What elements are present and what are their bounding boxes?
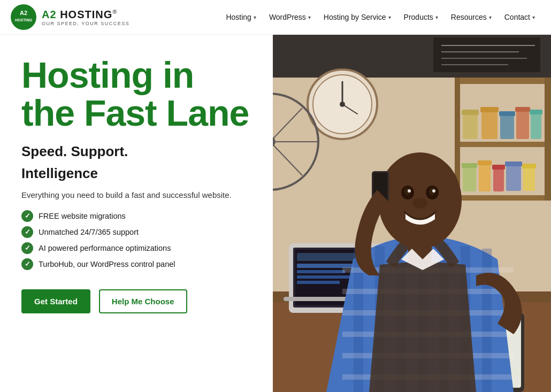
check-icon-2 — [21, 242, 33, 254]
hero-left: Hosting in the Fast Lane Speed. Support.… — [0, 35, 273, 392]
brand-name: A2 HOSTING® — [42, 9, 129, 21]
check-icon-3 — [21, 258, 33, 270]
hero-canvas — [273, 35, 551, 392]
nav-resources-arrow: ▾ — [489, 14, 492, 20]
svg-rect-88 — [273, 35, 551, 392]
hero-description: Everything you need to build a fast and … — [21, 190, 251, 199]
hero-image — [273, 35, 551, 392]
nav-resources[interactable]: Resources ▾ — [446, 9, 497, 26]
brand-tagline: OUR SPEED, YOUR SUCCESS — [42, 21, 129, 26]
nav-wordpress-arrow: ▾ — [308, 14, 311, 20]
nav-contact-arrow: ▾ — [532, 14, 535, 20]
hero-heading: Hosting in the Fast Lane — [21, 56, 251, 133]
nav-hosting[interactable]: Hosting ▾ — [220, 9, 261, 26]
logo-icon: A2 HOSTING — [11, 4, 36, 30]
feature-item-2: AI powered performance optimizations — [21, 242, 251, 254]
cta-buttons: Get Started Help Me Choose — [21, 289, 251, 313]
main-nav: Hosting ▾ WordPress ▾ Hosting by Service… — [220, 9, 540, 26]
check-icon-1 — [21, 226, 33, 238]
features-list: FREE website migrations Unmatched 24/7/3… — [21, 210, 251, 274]
feature-item-1: Unmatched 24/7/365 support — [21, 226, 251, 238]
nav-hosting-by-service[interactable]: Hosting by Service ▾ — [318, 9, 396, 26]
feature-item-0: FREE website migrations — [21, 210, 251, 222]
nav-wordpress[interactable]: WordPress ▾ — [264, 9, 316, 26]
svg-text:HOSTING: HOSTING — [15, 18, 32, 22]
get-started-button[interactable]: Get Started — [21, 289, 90, 313]
hero-scene-svg — [273, 35, 551, 392]
check-icon-0 — [21, 210, 33, 222]
nav-hosting-by-service-arrow: ▾ — [388, 14, 391, 20]
svg-point-0 — [11, 4, 36, 30]
svg-text:A2: A2 — [20, 10, 27, 16]
logo-text: A2 HOSTING® OUR SPEED, YOUR SUCCESS — [42, 9, 129, 26]
nav-contact[interactable]: Contact ▾ — [499, 9, 540, 26]
main-content: Hosting in the Fast Lane Speed. Support.… — [0, 35, 551, 392]
header: A2 HOSTING A2 HOSTING® OUR SPEED, YOUR S… — [0, 0, 551, 35]
nav-products-arrow: ▾ — [435, 14, 438, 20]
hero-subheading: Speed. Support. — [21, 143, 251, 160]
nav-hosting-arrow: ▾ — [254, 14, 256, 20]
nav-products[interactable]: Products ▾ — [399, 9, 443, 26]
logo[interactable]: A2 HOSTING A2 HOSTING® OUR SPEED, YOUR S… — [11, 4, 129, 30]
feature-item-3: TurboHub, our WordPress control panel — [21, 258, 251, 270]
help-me-choose-button[interactable]: Help Me Choose — [99, 289, 187, 313]
hero-subheading2: Intelligence — [21, 165, 251, 182]
